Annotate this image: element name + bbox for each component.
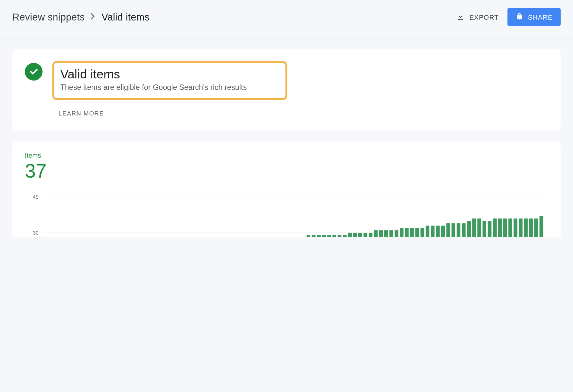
chart-bar — [539, 216, 543, 237]
learn-more-link[interactable]: LEARN MORE — [59, 110, 548, 117]
y-tick-label: 45 — [33, 194, 39, 200]
chart-bar — [446, 223, 450, 237]
chart-bar — [405, 228, 408, 237]
chart-bar — [312, 235, 315, 237]
download-icon — [456, 12, 465, 22]
chart-bar — [503, 219, 507, 237]
breadcrumb-parent[interactable]: Review snippets — [12, 11, 85, 23]
chart-bar — [369, 233, 372, 237]
chart-bar — [389, 230, 393, 237]
metric-label: Items — [25, 151, 548, 159]
chart-bar — [498, 219, 502, 237]
status-title: Valid items — [60, 67, 279, 81]
chart-bar — [322, 235, 326, 237]
chart-bar — [524, 219, 528, 237]
topbar: Review snippets Valid items EXPORT SHARE — [0, 0, 573, 39]
chart-bar — [519, 219, 522, 237]
chart-bar — [307, 235, 310, 237]
chart-bar — [426, 226, 429, 237]
chart-bar — [332, 235, 336, 237]
chart-card: Items 37 01530455/13/235/25/236/6/236/18… — [12, 141, 561, 237]
breadcrumb: Review snippets Valid items — [12, 11, 149, 23]
chart-bar — [482, 221, 486, 237]
chart-bar — [477, 219, 481, 237]
items-bar-chart: 01530455/13/235/25/236/6/236/18/236/29/2… — [25, 186, 548, 237]
chart-bar — [363, 233, 367, 237]
highlight-box: Valid items These items are eligible for… — [52, 61, 287, 100]
check-circle-icon — [25, 63, 43, 81]
chart-bar — [395, 230, 398, 237]
chart-bar — [343, 235, 347, 237]
breadcrumb-current: Valid items — [101, 11, 149, 23]
chart-bar — [508, 219, 512, 237]
chart-bar — [452, 223, 455, 237]
chart-bar — [384, 230, 388, 237]
chart-bar — [514, 219, 517, 237]
chart-bar — [374, 230, 377, 237]
chart-bar — [467, 221, 471, 237]
status-card: Valid items These items are eligible for… — [12, 49, 561, 131]
export-button[interactable]: EXPORT — [456, 12, 499, 22]
chart-bar — [358, 233, 362, 237]
metric-value: 37 — [25, 160, 548, 182]
chart-bar — [472, 219, 476, 237]
export-label: EXPORT — [469, 13, 499, 21]
chart-bar — [415, 228, 419, 237]
chart-bar — [431, 226, 434, 237]
status-body: Valid items These items are eligible for… — [52, 61, 548, 117]
chart-bar — [493, 219, 497, 237]
lock-icon — [516, 12, 523, 22]
chart-bar — [317, 235, 321, 237]
action-bar: EXPORT SHARE — [456, 8, 561, 26]
chart-bar — [353, 233, 357, 237]
chart-bar — [338, 235, 341, 237]
chevron-right-icon — [91, 12, 95, 22]
chart-bar — [436, 226, 440, 237]
chart-bar — [457, 223, 460, 237]
chart-bar — [410, 228, 414, 237]
y-tick-label: 30 — [33, 230, 39, 236]
chart-bar — [534, 219, 538, 237]
chart-bar — [462, 223, 466, 237]
chart-bar — [441, 226, 445, 237]
chart-bar — [421, 228, 424, 237]
share-button[interactable]: SHARE — [507, 8, 561, 26]
chart-bar — [488, 221, 491, 237]
share-label: SHARE — [528, 13, 553, 21]
chart-bar — [400, 228, 403, 237]
chart-bar — [327, 235, 331, 237]
status-subtitle: These items are eligible for Google Sear… — [60, 83, 279, 92]
chart-bar — [529, 219, 533, 237]
chart-bar — [379, 230, 383, 237]
chart-bar — [348, 233, 352, 237]
